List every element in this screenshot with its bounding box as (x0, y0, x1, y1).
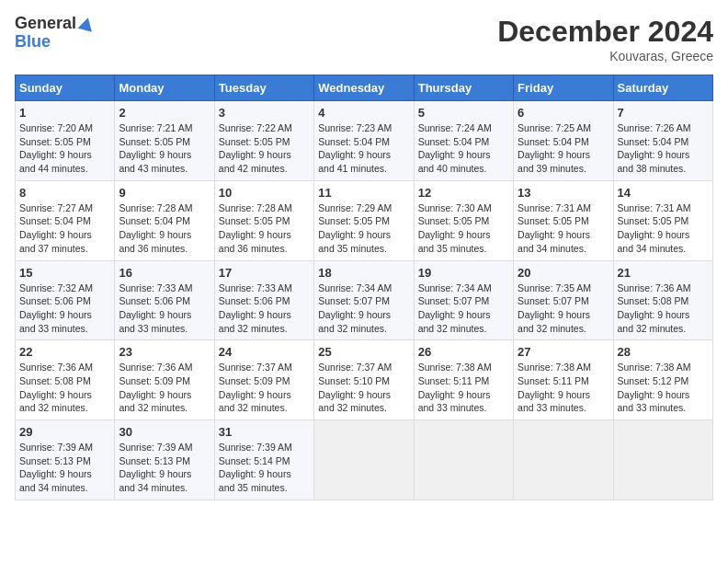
day-of-week-header: Friday (514, 75, 613, 101)
day-detail: Sunrise: 7:31 AM Sunset: 5:05 PM Dayligh… (618, 201, 709, 256)
calendar-day-cell: 31Sunrise: 7:39 AM Sunset: 5:14 PM Dayli… (214, 420, 313, 500)
logo-triangle-icon (78, 16, 95, 32)
day-of-week-header: Sunday (16, 75, 115, 101)
day-detail: Sunrise: 7:30 AM Sunset: 5:05 PM Dayligh… (418, 201, 509, 256)
day-number: 3 (219, 106, 310, 120)
logo: General Blue (15, 15, 95, 52)
day-number: 10 (219, 186, 310, 200)
day-detail: Sunrise: 7:26 AM Sunset: 5:04 PM Dayligh… (618, 121, 709, 176)
day-detail: Sunrise: 7:23 AM Sunset: 5:04 PM Dayligh… (318, 121, 409, 176)
day-detail: Sunrise: 7:39 AM Sunset: 5:14 PM Dayligh… (219, 441, 310, 495)
day-detail: Sunrise: 7:38 AM Sunset: 5:11 PM Dayligh… (518, 361, 609, 415)
day-number: 11 (318, 186, 409, 200)
calendar-week-row: 1Sunrise: 7:20 AM Sunset: 5:05 PM Daylig… (16, 101, 713, 181)
day-detail: Sunrise: 7:21 AM Sunset: 5:05 PM Dayligh… (119, 121, 210, 176)
day-of-week-header: Tuesday (214, 75, 313, 101)
calendar-day-cell: 9Sunrise: 7:28 AM Sunset: 5:04 PM Daylig… (115, 180, 214, 260)
calendar-day-cell: 12Sunrise: 7:30 AM Sunset: 5:05 PM Dayli… (414, 180, 513, 260)
day-number: 14 (618, 186, 709, 200)
calendar-day-cell: 13Sunrise: 7:31 AM Sunset: 5:05 PM Dayli… (514, 180, 613, 260)
logo-blue-text: Blue (15, 32, 51, 51)
calendar-day-cell (514, 420, 613, 500)
calendar-day-cell: 15Sunrise: 7:32 AM Sunset: 5:06 PM Dayli… (16, 260, 115, 340)
day-number: 22 (19, 345, 110, 359)
day-detail: Sunrise: 7:38 AM Sunset: 5:12 PM Dayligh… (618, 361, 709, 415)
day-detail: Sunrise: 7:32 AM Sunset: 5:06 PM Dayligh… (19, 282, 110, 336)
calendar-day-cell: 25Sunrise: 7:37 AM Sunset: 5:10 PM Dayli… (314, 340, 414, 420)
day-detail: Sunrise: 7:31 AM Sunset: 5:05 PM Dayligh… (518, 201, 609, 256)
calendar-day-cell (414, 420, 513, 500)
day-detail: Sunrise: 7:36 AM Sunset: 5:08 PM Dayligh… (19, 361, 110, 415)
calendar-day-cell: 23Sunrise: 7:36 AM Sunset: 5:09 PM Dayli… (115, 340, 214, 420)
calendar-week-row: 29Sunrise: 7:39 AM Sunset: 5:13 PM Dayli… (16, 420, 713, 500)
day-detail: Sunrise: 7:29 AM Sunset: 5:05 PM Dayligh… (318, 201, 409, 256)
day-number: 23 (119, 345, 210, 359)
day-number: 26 (418, 345, 509, 359)
calendar-day-cell: 29Sunrise: 7:39 AM Sunset: 5:13 PM Dayli… (16, 420, 115, 500)
day-number: 7 (618, 106, 709, 120)
day-detail: Sunrise: 7:25 AM Sunset: 5:04 PM Dayligh… (518, 121, 609, 176)
day-detail: Sunrise: 7:37 AM Sunset: 5:10 PM Dayligh… (318, 361, 409, 415)
day-detail: Sunrise: 7:36 AM Sunset: 5:08 PM Dayligh… (618, 282, 709, 336)
calendar-day-cell: 11Sunrise: 7:29 AM Sunset: 5:05 PM Dayli… (314, 180, 414, 260)
day-number: 20 (518, 266, 609, 280)
day-number: 19 (418, 266, 509, 280)
title-block: December 2024 Kouvaras, Greece (497, 15, 713, 63)
calendar-day-cell: 1Sunrise: 7:20 AM Sunset: 5:05 PM Daylig… (16, 101, 115, 181)
calendar-day-cell: 20Sunrise: 7:35 AM Sunset: 5:07 PM Dayli… (514, 260, 613, 340)
day-number: 21 (618, 266, 709, 280)
calendar-day-cell: 3Sunrise: 7:22 AM Sunset: 5:05 PM Daylig… (214, 101, 313, 181)
calendar-week-row: 22Sunrise: 7:36 AM Sunset: 5:08 PM Dayli… (16, 340, 713, 420)
day-detail: Sunrise: 7:27 AM Sunset: 5:04 PM Dayligh… (19, 201, 110, 256)
day-of-week-header: Saturday (613, 75, 712, 101)
calendar-header: SundayMondayTuesdayWednesdayThursdayFrid… (16, 75, 713, 101)
day-number: 25 (318, 345, 409, 359)
calendar-day-cell: 2Sunrise: 7:21 AM Sunset: 5:05 PM Daylig… (115, 101, 214, 181)
calendar-day-cell: 16Sunrise: 7:33 AM Sunset: 5:06 PM Dayli… (115, 260, 214, 340)
calendar-day-cell: 14Sunrise: 7:31 AM Sunset: 5:05 PM Dayli… (613, 180, 712, 260)
day-detail: Sunrise: 7:22 AM Sunset: 5:05 PM Dayligh… (219, 121, 310, 176)
day-detail: Sunrise: 7:28 AM Sunset: 5:04 PM Dayligh… (119, 201, 210, 256)
day-of-week-header: Thursday (414, 75, 513, 101)
page-title: December 2024 (497, 15, 713, 49)
calendar-day-cell: 4Sunrise: 7:23 AM Sunset: 5:04 PM Daylig… (314, 101, 414, 181)
day-detail: Sunrise: 7:38 AM Sunset: 5:11 PM Dayligh… (418, 361, 509, 415)
calendar-day-cell (314, 420, 414, 500)
day-detail: Sunrise: 7:36 AM Sunset: 5:09 PM Dayligh… (119, 361, 210, 415)
day-detail: Sunrise: 7:34 AM Sunset: 5:07 PM Dayligh… (418, 282, 509, 336)
day-detail: Sunrise: 7:39 AM Sunset: 5:13 PM Dayligh… (19, 441, 110, 495)
calendar-day-cell: 6Sunrise: 7:25 AM Sunset: 5:04 PM Daylig… (514, 101, 613, 181)
day-detail: Sunrise: 7:39 AM Sunset: 5:13 PM Dayligh… (119, 441, 210, 495)
day-of-week-header: Wednesday (314, 75, 414, 101)
calendar-day-cell: 26Sunrise: 7:38 AM Sunset: 5:11 PM Dayli… (414, 340, 513, 420)
day-number: 9 (119, 186, 210, 200)
calendar-day-cell: 21Sunrise: 7:36 AM Sunset: 5:08 PM Dayli… (613, 260, 712, 340)
day-number: 13 (518, 186, 609, 200)
calendar-week-row: 8Sunrise: 7:27 AM Sunset: 5:04 PM Daylig… (16, 180, 713, 260)
calendar-day-cell: 27Sunrise: 7:38 AM Sunset: 5:11 PM Dayli… (514, 340, 613, 420)
day-detail: Sunrise: 7:33 AM Sunset: 5:06 PM Dayligh… (119, 282, 210, 336)
day-number: 28 (618, 345, 709, 359)
calendar-day-cell: 19Sunrise: 7:34 AM Sunset: 5:07 PM Dayli… (414, 260, 513, 340)
calendar-day-cell: 24Sunrise: 7:37 AM Sunset: 5:09 PM Dayli… (214, 340, 313, 420)
logo-general-text: General (15, 15, 76, 33)
calendar-week-row: 15Sunrise: 7:32 AM Sunset: 5:06 PM Dayli… (16, 260, 713, 340)
day-number: 16 (119, 266, 210, 280)
day-number: 29 (19, 425, 110, 439)
day-detail: Sunrise: 7:20 AM Sunset: 5:05 PM Dayligh… (19, 121, 110, 176)
day-detail: Sunrise: 7:34 AM Sunset: 5:07 PM Dayligh… (318, 282, 409, 336)
day-number: 31 (219, 425, 310, 439)
day-number: 27 (518, 345, 609, 359)
day-number: 15 (19, 266, 110, 280)
day-number: 6 (518, 106, 609, 120)
page-subtitle: Kouvaras, Greece (497, 49, 713, 63)
day-number: 8 (19, 186, 110, 200)
day-number: 12 (418, 186, 509, 200)
day-number: 1 (19, 106, 110, 120)
day-detail: Sunrise: 7:37 AM Sunset: 5:09 PM Dayligh… (219, 361, 310, 415)
page-header: General Blue December 2024 Kouvaras, Gre… (15, 15, 713, 63)
calendar-table: SundayMondayTuesdayWednesdayThursdayFrid… (15, 75, 713, 500)
day-number: 30 (119, 425, 210, 439)
day-number: 18 (318, 266, 409, 280)
calendar-day-cell: 7Sunrise: 7:26 AM Sunset: 5:04 PM Daylig… (613, 101, 712, 181)
